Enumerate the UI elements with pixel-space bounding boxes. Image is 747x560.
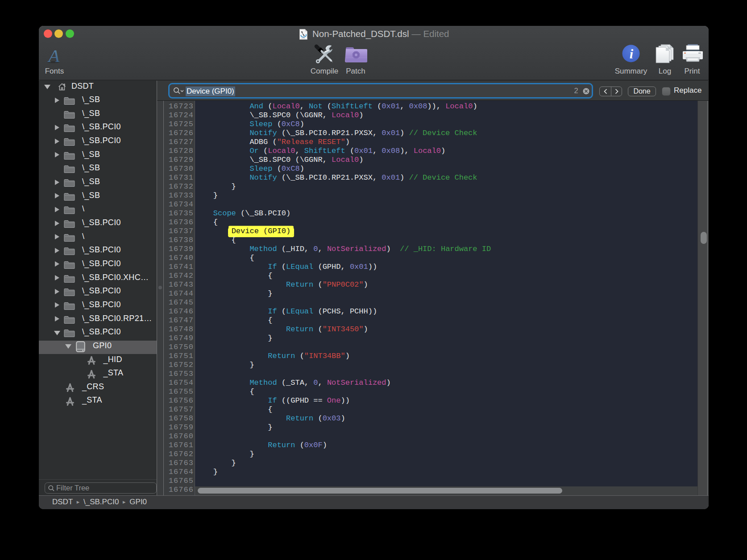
svg-text:DSL: DSL (302, 37, 306, 39)
svg-text:A: A (47, 45, 60, 65)
svg-text:i: i (630, 46, 634, 61)
